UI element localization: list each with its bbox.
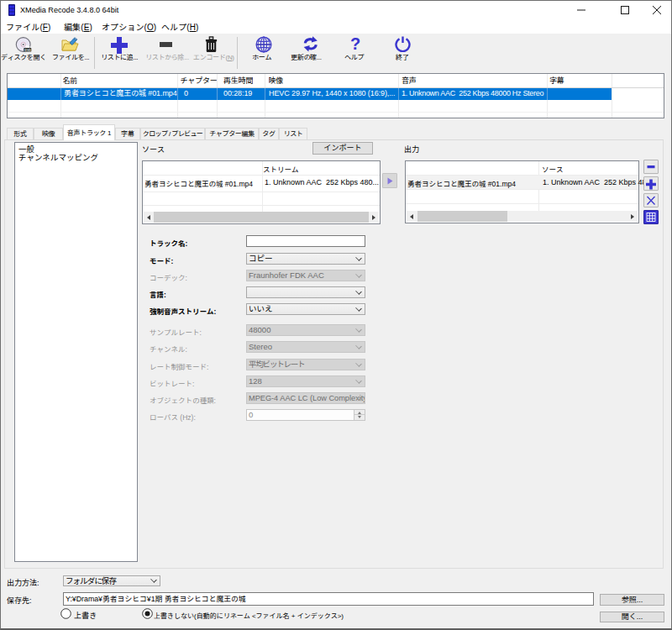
- svg-text:DVD: DVD: [24, 49, 31, 52]
